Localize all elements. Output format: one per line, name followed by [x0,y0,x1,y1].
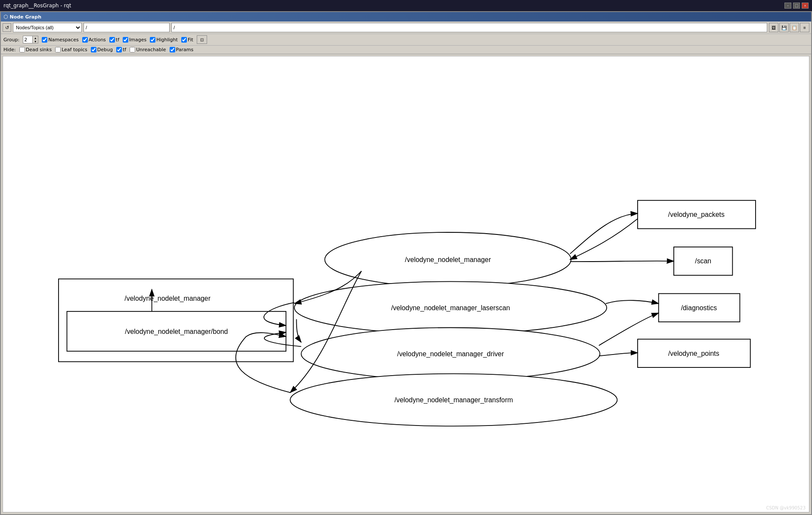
leaf-topics-label: Leaf topics [62,47,87,52]
edge-vnm-to-scan [570,261,674,262]
fit-button[interactable]: ⊡ [197,35,207,44]
graph-svg: /velodyne_nodelet_manager /velodyne_node… [3,56,809,512]
toolbar-row2: Group: 2 ▲ ▼ Namespaces Actions tf [1,34,811,46]
edge-vp-to-vnm [570,219,638,259]
actions-checkbox[interactable] [82,37,88,43]
checkbox-fit[interactable]: Fit [181,37,193,43]
maximize-button[interactable]: □ [793,3,800,9]
fit-checkbox[interactable] [181,37,187,43]
fit-label: Fit [188,37,193,43]
scan-label: /scan [695,257,711,265]
edge-ls-to-driver [297,319,301,342]
tf2-label: tf [123,47,126,52]
settings-button[interactable]: ≡ [800,23,809,32]
vnm-bond-label: /velodyne_nodelet_manager/bond [125,328,228,336]
spinbox-down[interactable]: ▼ [33,40,38,43]
titlebar-controls: – □ × [784,3,809,9]
checkbox-tf[interactable]: tf [109,37,119,43]
close-button[interactable]: × [802,3,809,9]
debug-checkbox[interactable] [91,47,96,52]
checkbox-leaf-topics[interactable]: Leaf topics [55,47,87,52]
group-label: Group: [3,37,19,43]
checkbox-actions[interactable]: Actions [82,37,106,43]
checkbox-highlight[interactable]: Highlight [150,37,178,43]
window-titlebar: ⬡ Node Graph [1,12,811,22]
checkbox-namespaces[interactable]: Namespaces [42,37,78,43]
toolbar-row3: Hide: Dead sinks Leaf topics Debug tf Un… [1,46,811,54]
edge-driver-to-vpoints [599,353,638,356]
topic-filter-input[interactable] [171,23,767,32]
save-button[interactable]: 💾 [779,23,789,32]
tf-checkbox[interactable] [109,37,115,43]
refresh-button[interactable]: ↺ [3,23,11,32]
unreachable-checkbox[interactable] [130,47,135,52]
namespace-filter-input[interactable] [84,23,170,32]
group-value: 2 [23,37,28,43]
debug-label: Debug [97,47,113,52]
display-mode-select[interactable]: Nodes/Topics (all) Nodes only Topics onl… [13,23,82,32]
graph-canvas[interactable]: /velodyne_nodelet_manager /velodyne_node… [3,56,809,512]
checkbox-params[interactable]: Params [170,47,194,52]
tf2-checkbox[interactable] [116,47,122,52]
watermark: CSDN @vk990523 [766,506,806,510]
vpoints-label: /velodyne_points [668,350,719,358]
namespaces-label: Namespaces [48,37,78,43]
images-label: Images [129,37,146,43]
highlight-checkbox[interactable] [150,37,155,43]
namespaces-checkbox[interactable] [42,37,47,43]
toolbar-area: ↺ Nodes/Topics (all) Nodes only Topics o… [1,22,811,54]
dead-sinks-label: Dead sinks [26,47,52,52]
titlebar: rqt_graph__RosGraph - rqt – □ × [0,0,812,11]
checkbox-tf2[interactable]: tf [116,47,126,52]
checkbox-debug[interactable]: Debug [91,47,113,52]
edge-vnm-to-vp [570,213,638,254]
spinbox-up[interactable]: ▲ [33,36,38,40]
params-label: Params [176,47,194,52]
checkbox-images[interactable]: Images [123,37,146,43]
dead-sinks-checkbox[interactable] [19,47,25,52]
params-checkbox[interactable] [170,47,175,52]
actions-label: Actions [89,37,106,43]
window-icon: ⬡ [3,14,8,20]
vp-label: /velodyne_packets [668,211,725,219]
toolbar-icons: 🖼 💾 📋 ≡ [769,23,809,32]
leaf-topics-checkbox[interactable] [55,47,61,52]
checkbox-unreachable[interactable]: Unreachable [130,47,166,52]
unreachable-label: Unreachable [136,47,166,52]
window-title: Node Graph [9,14,41,20]
toolbar-row1: ↺ Nodes/Topics (all) Nodes only Topics o… [1,22,811,34]
vnm-driver-label: /velodyne_nodelet_manager_driver [397,350,504,358]
images-checkbox[interactable] [123,37,128,43]
screenshot-button[interactable]: 🖼 [769,23,778,32]
minimize-button[interactable]: – [784,3,791,9]
checkbox-dead-sinks[interactable]: Dead sinks [19,47,52,52]
titlebar-title: rqt_graph__RosGraph - rqt [3,3,71,9]
export-button[interactable]: 📋 [790,23,799,32]
spinbox-arrows: ▲ ▼ [32,36,38,43]
vnm-outer-label: /velodyne_nodelet_manager [124,295,211,302]
vnm-transform-label: /velodyne_nodelet_manager_transform [394,396,513,404]
main-window: ⬡ Node Graph ↺ Nodes/Topics (all) Nodes … [0,11,812,515]
diag-label: /diagnostics [681,304,717,311]
vnm-ls-label: /velodyne_nodelet_manager_laserscan [391,304,510,312]
hide-label: Hide: [3,47,16,52]
highlight-label: Highlight [156,37,178,43]
vnm-ellipse-label: /velodyne_nodelet_manager [405,256,491,264]
edge-ls-to-diag [606,300,659,303]
group-spinbox[interactable]: 2 ▲ ▼ [23,36,38,43]
tf-label: tf [116,37,119,43]
